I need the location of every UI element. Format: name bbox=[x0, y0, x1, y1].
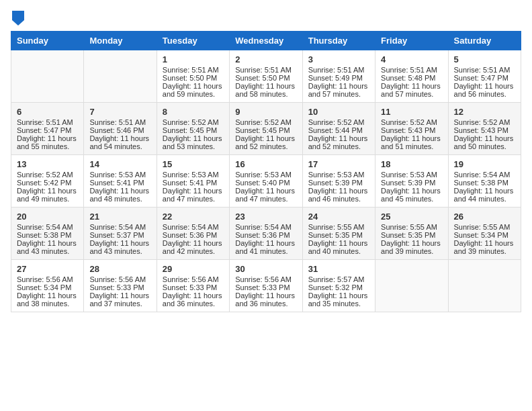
day-info: Sunrise: 5:52 AM bbox=[454, 118, 515, 126]
calendar-cell: 5Sunrise: 5:51 AMSunset: 5:47 PMDaylight… bbox=[448, 50, 521, 103]
day-info: Sunrise: 5:51 AM bbox=[17, 118, 78, 126]
calendar-cell: 9Sunrise: 5:52 AMSunset: 5:45 PMDaylight… bbox=[230, 103, 302, 155]
weekday-header-thursday: Thursday bbox=[302, 32, 375, 50]
calendar-row-4: 27Sunrise: 5:56 AMSunset: 5:34 PMDayligh… bbox=[11, 260, 521, 312]
day-info: Sunset: 5:33 PM bbox=[163, 283, 224, 291]
day-info: Sunrise: 5:51 AM bbox=[89, 118, 150, 126]
day-number: 11 bbox=[381, 107, 442, 117]
day-number: 30 bbox=[235, 264, 296, 274]
day-info: Sunset: 5:39 PM bbox=[381, 179, 442, 187]
calendar-cell: 4Sunrise: 5:51 AMSunset: 5:48 PMDaylight… bbox=[375, 50, 448, 103]
day-info: and 37 minutes. bbox=[89, 300, 150, 308]
day-info: Sunset: 5:48 PM bbox=[381, 74, 442, 82]
calendar-cell: 3Sunrise: 5:51 AMSunset: 5:49 PMDaylight… bbox=[302, 50, 375, 103]
day-info: Sunset: 5:50 PM bbox=[163, 74, 224, 82]
day-info: Sunset: 5:50 PM bbox=[235, 74, 296, 82]
day-number: 21 bbox=[89, 212, 150, 222]
day-info: and 43 minutes. bbox=[17, 247, 78, 255]
day-info: Sunrise: 5:53 AM bbox=[235, 171, 296, 179]
calendar-row-1: 6Sunrise: 5:51 AMSunset: 5:47 PMDaylight… bbox=[11, 103, 521, 155]
calendar-cell: 6Sunrise: 5:51 AMSunset: 5:47 PMDaylight… bbox=[11, 103, 84, 155]
day-info: Sunset: 5:33 PM bbox=[235, 283, 296, 291]
day-info: and 56 minutes. bbox=[454, 90, 515, 98]
day-info: Sunrise: 5:51 AM bbox=[381, 66, 442, 74]
day-info: Sunrise: 5:56 AM bbox=[235, 275, 296, 283]
calendar-cell bbox=[84, 50, 157, 103]
calendar-cell: 27Sunrise: 5:56 AMSunset: 5:34 PMDayligh… bbox=[11, 260, 84, 312]
day-info: Daylight: 11 hours bbox=[235, 291, 296, 300]
calendar-cell: 7Sunrise: 5:51 AMSunset: 5:46 PMDaylight… bbox=[84, 103, 157, 155]
svg-marker-0 bbox=[12, 11, 24, 26]
calendar-cell: 13Sunrise: 5:52 AMSunset: 5:42 PMDayligh… bbox=[11, 155, 84, 208]
day-info: and 51 minutes. bbox=[381, 142, 442, 150]
day-info: Daylight: 11 hours bbox=[308, 134, 369, 142]
day-info: Sunset: 5:34 PM bbox=[17, 283, 78, 291]
day-info: Sunset: 5:47 PM bbox=[454, 74, 515, 82]
day-info: Sunrise: 5:52 AM bbox=[308, 118, 369, 126]
weekday-header-saturday: Saturday bbox=[448, 32, 521, 50]
day-number: 22 bbox=[163, 212, 224, 222]
day-number: 26 bbox=[454, 212, 515, 222]
day-number: 4 bbox=[381, 54, 442, 64]
day-info: and 40 minutes. bbox=[308, 247, 369, 255]
day-number: 24 bbox=[308, 212, 369, 222]
day-info: and 36 minutes. bbox=[163, 300, 224, 308]
weekday-header-monday: Monday bbox=[84, 32, 157, 50]
day-info: Sunrise: 5:51 AM bbox=[454, 66, 515, 74]
day-info: Sunset: 5:35 PM bbox=[308, 231, 369, 239]
day-info: Sunset: 5:33 PM bbox=[89, 283, 150, 291]
day-info: Sunset: 5:43 PM bbox=[454, 126, 515, 134]
calendar-cell: 23Sunrise: 5:54 AMSunset: 5:36 PMDayligh… bbox=[230, 208, 302, 260]
day-info: Sunset: 5:42 PM bbox=[17, 179, 78, 187]
calendar-cell: 14Sunrise: 5:53 AMSunset: 5:41 PMDayligh… bbox=[84, 155, 157, 208]
day-info: Sunset: 5:36 PM bbox=[235, 231, 296, 239]
day-number: 20 bbox=[17, 212, 78, 222]
day-info: Daylight: 11 hours bbox=[454, 82, 515, 90]
day-info: Sunrise: 5:53 AM bbox=[381, 171, 442, 179]
day-info: Daylight: 11 hours bbox=[381, 239, 442, 247]
calendar-row-0: 1Sunrise: 5:51 AMSunset: 5:50 PMDaylight… bbox=[11, 50, 521, 103]
day-info: Sunset: 5:45 PM bbox=[163, 126, 224, 134]
day-info: Sunset: 5:39 PM bbox=[308, 179, 369, 187]
day-info: Daylight: 11 hours bbox=[381, 82, 442, 90]
day-info: Daylight: 11 hours bbox=[163, 239, 224, 247]
calendar-cell: 8Sunrise: 5:52 AMSunset: 5:45 PMDaylight… bbox=[157, 103, 229, 155]
calendar-cell bbox=[375, 260, 448, 312]
day-info: Sunset: 5:44 PM bbox=[308, 126, 369, 134]
calendar-cell: 17Sunrise: 5:53 AMSunset: 5:39 PMDayligh… bbox=[302, 155, 375, 208]
calendar-row-2: 13Sunrise: 5:52 AMSunset: 5:42 PMDayligh… bbox=[11, 155, 521, 208]
day-info: Daylight: 11 hours bbox=[454, 239, 515, 247]
day-number: 9 bbox=[235, 107, 296, 117]
weekday-header-tuesday: Tuesday bbox=[157, 32, 229, 50]
calendar-cell: 19Sunrise: 5:54 AMSunset: 5:38 PMDayligh… bbox=[448, 155, 521, 208]
day-info: Daylight: 11 hours bbox=[454, 134, 515, 142]
day-info: and 55 minutes. bbox=[17, 142, 78, 150]
day-number: 14 bbox=[89, 159, 150, 169]
day-number: 16 bbox=[235, 159, 296, 169]
calendar-cell: 31Sunrise: 5:57 AMSunset: 5:32 PMDayligh… bbox=[302, 260, 375, 312]
day-info: Sunset: 5:32 PM bbox=[308, 283, 369, 291]
day-info: Sunset: 5:35 PM bbox=[381, 231, 442, 239]
day-info: and 52 minutes. bbox=[308, 142, 369, 150]
day-info: Daylight: 11 hours bbox=[308, 82, 369, 90]
day-info: and 38 minutes. bbox=[17, 300, 78, 308]
day-number: 13 bbox=[17, 159, 78, 169]
day-info: Daylight: 11 hours bbox=[163, 187, 224, 195]
calendar-cell: 18Sunrise: 5:53 AMSunset: 5:39 PMDayligh… bbox=[375, 155, 448, 208]
calendar-cell: 15Sunrise: 5:53 AMSunset: 5:41 PMDayligh… bbox=[157, 155, 229, 208]
day-info: Sunset: 5:45 PM bbox=[235, 126, 296, 134]
calendar-cell: 25Sunrise: 5:55 AMSunset: 5:35 PMDayligh… bbox=[375, 208, 448, 260]
calendar-row-3: 20Sunrise: 5:54 AMSunset: 5:38 PMDayligh… bbox=[11, 208, 521, 260]
calendar-cell: 11Sunrise: 5:52 AMSunset: 5:43 PMDayligh… bbox=[375, 103, 448, 155]
day-info: and 46 minutes. bbox=[308, 195, 369, 203]
day-info: Sunset: 5:46 PM bbox=[89, 126, 150, 134]
weekday-header-friday: Friday bbox=[375, 32, 448, 50]
calendar-cell bbox=[11, 50, 84, 103]
day-info: Daylight: 11 hours bbox=[163, 82, 224, 90]
day-info: Sunrise: 5:55 AM bbox=[454, 223, 515, 231]
day-info: Daylight: 11 hours bbox=[163, 134, 224, 142]
day-number: 31 bbox=[308, 264, 369, 274]
day-info: Daylight: 11 hours bbox=[17, 134, 78, 142]
day-info: and 53 minutes. bbox=[163, 142, 224, 150]
logo-icon bbox=[12, 11, 24, 26]
